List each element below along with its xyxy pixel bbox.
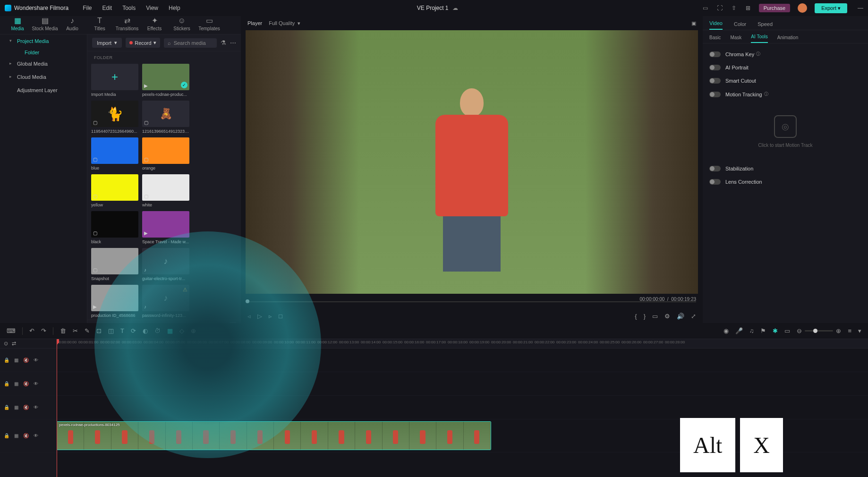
nav-tab-templates[interactable]: ▭Templates — [196, 16, 223, 34]
nav-tab-media[interactable]: ▦Media — [4, 16, 31, 34]
link-icon[interactable]: ⊕ — [191, 327, 196, 334]
inspector-subtab-animation[interactable]: Animation — [777, 35, 798, 43]
import-button[interactable]: Import▾ — [92, 38, 122, 48]
add-icon[interactable]: ▦ — [14, 381, 18, 386]
media-thumbnail[interactable]: ▢Snapshot — [91, 248, 138, 281]
zoom-slider[interactable] — [805, 330, 833, 332]
media-thumbnail[interactable]: 🐈▢119544072312664960... — [91, 101, 138, 134]
sidebar-item-adjustment-layer[interactable]: Adjustment Layer — [0, 84, 87, 97]
nav-tab-effects[interactable]: ✦Effects — [141, 16, 168, 34]
export-button[interactable]: Export ▾ — [815, 3, 847, 13]
stop-icon[interactable]: □ — [279, 313, 282, 320]
mark-out-icon[interactable]: } — [644, 313, 646, 320]
track-header-2[interactable]: 🔒 ▦ 🔇 👁 — [0, 372, 56, 396]
track-header-1b[interactable]: 🔒 ▦ 🔇 👁 — [0, 396, 56, 419]
mute-icon[interactable]: 🔇 — [23, 405, 29, 410]
zoom-out-icon[interactable]: ⊖ — [797, 327, 802, 334]
inspector-tab-video[interactable]: Video — [709, 20, 723, 30]
undo-icon[interactable]: ↶ — [29, 327, 34, 334]
add-icon[interactable]: ▦ — [14, 433, 18, 438]
playhead[interactable] — [57, 339, 57, 477]
inspector-subtab-ai-tools[interactable]: AI Tools — [751, 34, 767, 43]
chroma-key-toggle[interactable] — [709, 51, 721, 57]
inspector-subtab-mask[interactable]: Mask — [730, 35, 741, 43]
menu-tools[interactable]: Tools — [122, 5, 136, 11]
settings-icon[interactable]: ⚙ — [664, 313, 670, 320]
inspector-subtab-basic[interactable]: Basic — [709, 35, 721, 43]
lock-icon[interactable]: 🔒 — [4, 358, 9, 363]
nav-tab-stock[interactable]: ▤Stock Media — [31, 16, 59, 34]
menu-file[interactable]: File — [83, 5, 92, 11]
text-tool-icon[interactable]: T — [120, 327, 124, 334]
nav-tab-transitions[interactable]: ⇄Transitions — [113, 16, 141, 34]
snapshot-icon[interactable]: ▣ — [691, 20, 696, 26]
visibility-icon[interactable]: 👁 — [34, 405, 38, 410]
info-icon[interactable]: ⓘ — [756, 51, 760, 57]
nav-tab-titles[interactable]: TTitles — [86, 17, 113, 34]
upload-cloud-icon[interactable]: ⇧ — [730, 5, 738, 11]
lock-icon[interactable]: 🔒 — [4, 381, 9, 386]
media-thumbnail[interactable]: ▢yellow — [91, 174, 138, 207]
visibility-icon[interactable]: 👁 — [34, 433, 38, 438]
mute-icon[interactable]: 🔇 — [23, 381, 29, 386]
lens-correction-toggle[interactable] — [709, 179, 721, 185]
user-avatar[interactable] — [798, 3, 807, 13]
scrub-handle[interactable] — [246, 299, 249, 303]
screenshot-icon[interactable]: ⛶ — [715, 5, 724, 11]
keyboard-icon[interactable]: ⌨ — [7, 327, 16, 334]
menu-view[interactable]: View — [146, 5, 158, 11]
timeline-track[interactable] — [57, 396, 868, 419]
info-icon[interactable]: ⓘ — [764, 91, 768, 97]
track-header-1[interactable]: 🔒 ▦ 🔇 👁 — [0, 419, 56, 452]
display-icon[interactable]: ▭ — [652, 313, 658, 320]
crop-alt-icon[interactable]: ◫ — [108, 327, 114, 334]
lock-icon[interactable]: 🔒 — [4, 405, 9, 410]
media-thumbnail[interactable]: ▶Space Travel - Made w... — [142, 211, 189, 244]
stabilization-toggle[interactable] — [709, 166, 721, 171]
audio-mixer-icon[interactable]: ♫ — [749, 327, 754, 334]
fullscreen-icon[interactable]: ⤢ — [691, 313, 696, 320]
next-frame-icon[interactable]: ▹ — [269, 313, 272, 320]
color-icon[interactable]: ◐ — [143, 327, 148, 334]
media-thumbnail[interactable]: ▢white — [142, 174, 189, 207]
timeline-track[interactable] — [57, 349, 868, 372]
ai-portrait-toggle[interactable] — [709, 65, 721, 70]
media-thumbnail[interactable]: ▢blue — [91, 137, 138, 170]
layout-icon[interactable]: ▭ — [701, 5, 710, 11]
media-thumbnail[interactable]: ▢orange — [142, 137, 189, 170]
nav-tab-stickers[interactable]: ☺Stickers — [168, 17, 196, 34]
inspector-tab-color[interactable]: Color — [734, 21, 746, 30]
marker-icon[interactable]: ⚑ — [760, 327, 766, 334]
inspector-tab-speed[interactable]: Speed — [757, 21, 773, 30]
filter-icon[interactable]: ⚗ — [221, 39, 226, 46]
purchase-button[interactable]: Purchase — [759, 4, 790, 12]
text-icon[interactable]: ✎ — [85, 327, 90, 334]
sidebar-item-project-media[interactable]: ▾Project Media — [0, 34, 87, 48]
motion-track-placeholder[interactable]: ◎ Click to start Motion Track — [709, 115, 861, 148]
render-icon[interactable]: ◉ — [723, 327, 729, 334]
visibility-icon[interactable]: 👁 — [34, 358, 38, 363]
search-input[interactable]: ⌕Search media — [164, 38, 217, 48]
media-thumbnail[interactable]: ♪♪guitar-electro-sport-tr... — [142, 248, 189, 281]
mute-icon[interactable]: 🔇 — [23, 358, 29, 363]
prev-frame-icon[interactable]: ◃ — [247, 313, 251, 320]
apps-icon[interactable]: ⊞ — [744, 5, 752, 11]
redo-icon[interactable]: ↷ — [41, 327, 46, 334]
media-thumbnail[interactable]: ▶✓pexels-rodnae-produc... — [142, 64, 189, 97]
motion-tracking-toggle[interactable] — [709, 92, 721, 97]
menu-help[interactable]: Help — [169, 5, 180, 11]
sidebar-sub-folder[interactable]: Folder — [0, 48, 87, 57]
delete-icon[interactable]: 🗑 — [60, 327, 66, 334]
play-icon[interactable]: ▷ — [257, 313, 262, 320]
visibility-icon[interactable]: 👁 — [34, 381, 38, 386]
link-toggle-icon[interactable]: ⇄ — [12, 341, 16, 347]
media-thumbnail[interactable]: ♪♪⚠password-infinity-123... — [142, 285, 189, 318]
preview-tab-player[interactable]: Player — [247, 20, 262, 26]
timeline-clip[interactable]: pexels-rodnae-productions-8034125 — [57, 421, 491, 450]
speed-icon[interactable]: ⟳ — [131, 327, 136, 334]
green-screen-icon[interactable]: ▦ — [167, 327, 173, 334]
split-icon[interactable]: ✂ — [73, 327, 78, 334]
preview-viewport[interactable] — [246, 30, 698, 294]
media-thumbnail[interactable]: ▢black — [91, 211, 138, 244]
timeline-track[interactable] — [57, 372, 868, 396]
